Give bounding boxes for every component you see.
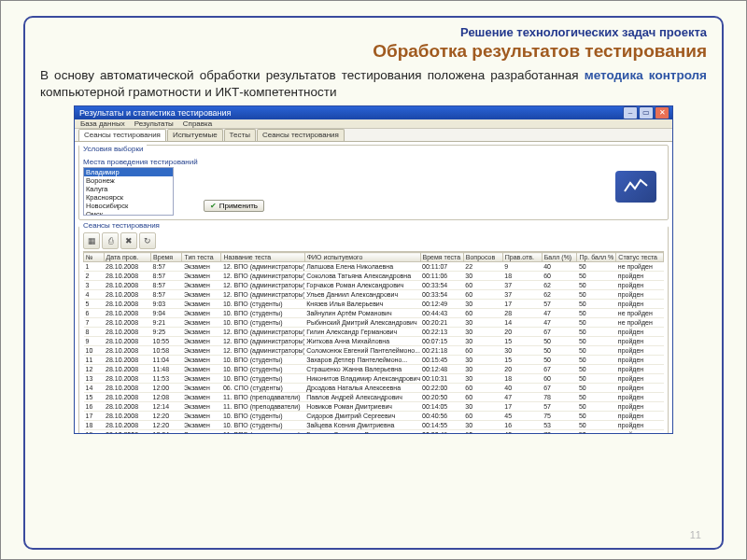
list-item[interactable]: Омск (84, 210, 173, 216)
list-item[interactable]: Красноярск (84, 193, 173, 202)
menu-item[interactable]: База данных (80, 119, 125, 128)
table-row[interactable]: 1728.10.200812:20Экзамен10. ВПО (студент… (84, 412, 664, 421)
menu-item[interactable]: Результаты (134, 119, 174, 128)
table-cell: 30 (502, 346, 542, 356)
table-cell: 78 (542, 393, 577, 402)
intro-paragraph: В основу автоматической обработки резуль… (40, 67, 707, 100)
table-cell: Экзамен (182, 412, 221, 421)
column-header[interactable]: Вопросов (463, 253, 502, 262)
table-cell: 50 (577, 300, 616, 309)
table-row[interactable]: 1428.10.200812:00Экзамен06. СПО (студент… (84, 384, 664, 393)
list-item[interactable]: Владимир (84, 168, 173, 176)
titlebar[interactable]: Результаты и статистика тестирования – ▭… (75, 106, 672, 119)
table-cell: 00:20:21 (420, 318, 463, 328)
city-listbox[interactable]: ВладимирВоронежКалугаКрасноярскНовосибир… (83, 167, 174, 216)
table-cell: 11. ВПО (преподаватели) (221, 393, 304, 402)
table-cell: 9 (84, 337, 105, 346)
table-cell: Ульев Даниил Александрович (304, 290, 420, 300)
tool-delete-icon[interactable]: ✖ (120, 232, 137, 249)
table-cell: 00:21:18 (420, 346, 463, 356)
table-cell: 15 (84, 393, 105, 402)
table-cell: 11. ВПО (преподаватели) (221, 402, 304, 412)
table-cell: 28.10.2008 (104, 272, 151, 281)
tab[interactable]: Тесты (224, 129, 256, 141)
column-header[interactable]: Название теста (221, 253, 304, 262)
table-row[interactable]: 1228.10.200811:48Экзамен10. ВПО (студент… (84, 365, 664, 374)
app-window: Результаты и статистика тестирования – ▭… (74, 105, 673, 434)
table-cell: 00:12:48 (420, 365, 463, 374)
column-header[interactable]: Статус теста (616, 253, 664, 262)
table-cell: 50 (577, 412, 616, 421)
maximize-button[interactable]: ▭ (639, 106, 654, 119)
subtitle: Решение технологических задач проекта (40, 25, 707, 39)
chart-icon[interactable] (615, 171, 656, 203)
table-cell: Экзамен (182, 346, 221, 356)
list-item[interactable]: Калуга (84, 185, 173, 193)
column-header[interactable]: ФИО испытуемого (304, 253, 420, 262)
table-cell: 18 (502, 374, 542, 384)
column-header[interactable]: Пр. балл % (577, 253, 616, 262)
table-row[interactable]: 728.10.20089:21Экзамен10. ВПО (студенты)… (84, 318, 664, 328)
table-cell: Никонитов Владимир Александрович (304, 374, 420, 384)
table-cell: 50 (577, 365, 616, 374)
column-header[interactable]: № (84, 253, 105, 262)
list-item[interactable]: Воронеж (84, 176, 173, 185)
table-cell: Экзамен (182, 430, 221, 435)
column-header[interactable]: Время (151, 253, 182, 262)
table-cell: Экзамен (182, 309, 221, 318)
table-cell: 30 (463, 365, 502, 374)
table-cell: 50 (577, 272, 616, 281)
window-title: Результаты и статистика тестирования (78, 108, 622, 118)
table-cell: 9 (502, 262, 542, 272)
results-table: №Дата пров.ВремяТип тестаНазвание тестаФ… (83, 252, 664, 434)
list-item[interactable]: Новосибирск (84, 202, 173, 210)
table-cell: 50 (577, 281, 616, 290)
tab[interactable]: Испытуемые (167, 129, 223, 141)
close-button[interactable]: ✕ (655, 106, 669, 119)
column-header[interactable]: Прав.отв. (502, 253, 542, 262)
table-cell: пройден (616, 412, 664, 421)
table-cell: 50 (577, 309, 616, 318)
table-row[interactable]: 828.10.20089:25Экзамен12. ВПО (администр… (84, 328, 664, 337)
table-cell: 60 (463, 430, 502, 435)
table-cell: 10. ВПО (студенты) (221, 421, 304, 430)
table-row[interactable]: 228.10.20088:57Экзамен12. ВПО (администр… (84, 272, 664, 281)
table-row[interactable]: 628.10.20089:04Экзамен10. ВПО (студенты)… (84, 309, 664, 318)
column-header[interactable]: Время теста (420, 253, 463, 262)
table-row[interactable]: 1828.10.200812:20Экзамен10. ВПО (студент… (84, 421, 664, 430)
table-cell: 00:15:45 (420, 356, 463, 365)
column-header[interactable]: Дата пров. (104, 253, 151, 262)
apply-button[interactable]: ✔ Применить (204, 200, 264, 212)
table-cell: 8:57 (151, 262, 182, 272)
minimize-button[interactable]: – (623, 106, 638, 119)
slide: Решение технологических задач проекта Об… (0, 0, 747, 560)
table-row[interactable]: 1028.10.200810:58Экзамен12. ВПО (админис… (84, 346, 664, 356)
table-cell: 67 (542, 365, 577, 374)
table-row[interactable]: 1128.10.200811:04Экзамен10. ВПО (студент… (84, 356, 664, 365)
table-row[interactable]: 1328.10.200811:53Экзамен10. ВПО (студент… (84, 374, 664, 384)
table-row[interactable]: 1628.10.200812:14Экзамен11. ВПО (препода… (84, 402, 664, 412)
table-row[interactable]: 1528.10.200812:08Экзамен11. ВПО (препода… (84, 393, 664, 402)
table-row[interactable]: 928.10.200810:55Экзамен12. ВПО (админист… (84, 337, 664, 346)
table-cell: 60 (463, 290, 502, 300)
tab[interactable]: Сеансы тестирования (78, 129, 166, 141)
table-cell: 18 (84, 421, 105, 430)
table-row[interactable]: 128.10.20088:57Экзамен12. ВПО (администр… (84, 262, 664, 272)
tool-refresh-icon[interactable]: ↻ (139, 232, 156, 249)
table-cell: пройден (616, 337, 664, 346)
menu-item[interactable]: Справка (183, 119, 212, 128)
table-cell: 62 (542, 290, 577, 300)
tool-print-icon[interactable]: ⎙ (102, 232, 119, 249)
table-row[interactable]: 428.10.20088:57Экзамен12. ВПО (администр… (84, 290, 664, 300)
tool-excel-icon[interactable]: ▦ (83, 232, 100, 249)
table-cell: Экзамен (182, 281, 221, 290)
column-header[interactable]: Тип теста (182, 253, 221, 262)
table-row[interactable]: 328.10.20088:57Экзамен12. ВПО (администр… (84, 281, 664, 290)
tab[interactable]: Сеансы тестирования (257, 129, 345, 141)
table-row[interactable]: 1928.10.200812:24Экзамен11. ВПО (препода… (84, 430, 664, 435)
table-cell: Экзамен (182, 337, 221, 346)
table-cell: Экзамен (182, 365, 221, 374)
column-header[interactable]: Балл (%) (542, 253, 577, 262)
table-cell: 28.10.2008 (104, 430, 151, 435)
table-row[interactable]: 528.10.20089:03Экзамен10. ВПО (студенты)… (84, 300, 664, 309)
